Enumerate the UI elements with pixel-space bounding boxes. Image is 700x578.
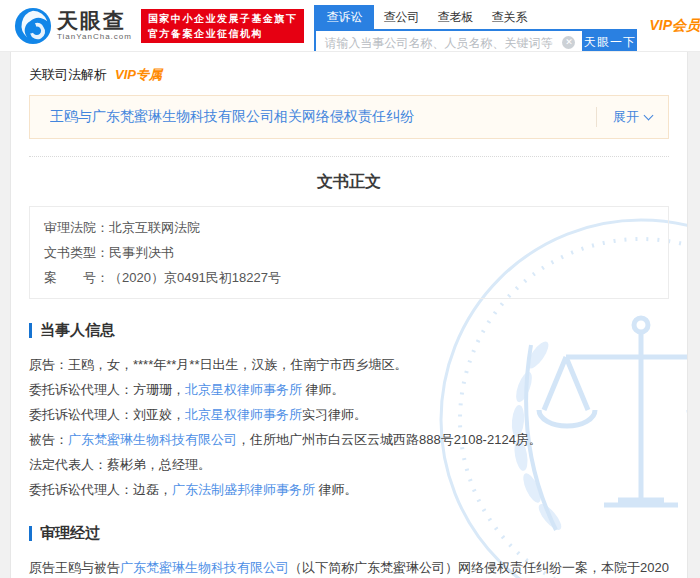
paragraph: 委托诉讼代理人：刘亚姣，北京星权律师事务所实习律师。 xyxy=(29,402,669,427)
search-button[interactable]: 天眼一下 xyxy=(582,29,637,52)
entity-link[interactable]: 北京星权律师事务所 xyxy=(185,407,302,422)
meta-label: 案 号： xyxy=(44,270,109,285)
vip-exclusive-tag: VIP专属 xyxy=(115,66,162,84)
search-tab[interactable]: 查老板 xyxy=(428,5,482,29)
paragraph-text: 律师。 xyxy=(302,382,345,397)
analysis-label: 关联司法解析 xyxy=(29,66,107,84)
paragraph: 委托诉讼代理人：边磊，广东法制盛邦律师事务所 律师。 xyxy=(29,477,669,502)
parties-paragraphs: 原告：王鸥，女，****年**月**日出生，汉族，住南宁市西乡塘区。委托诉讼代理… xyxy=(29,352,669,502)
meta-row: 案 号：（2020）京0491民初18227号 xyxy=(44,265,654,290)
meta-value: 北京互联网法院 xyxy=(109,220,200,235)
paragraph-text: 律师。 xyxy=(315,482,358,497)
entity-link[interactable]: 北京星权律师事务所 xyxy=(185,382,302,397)
section-bar-icon xyxy=(29,323,32,338)
content-card: 关联司法解析 VIP专属 王鸥与广东梵蜜琳生物科技有限公司相关网络侵权责任纠纷 … xyxy=(10,52,688,578)
meta-value: 民事判决书 xyxy=(109,245,174,260)
meta-row: 审理法院：北京互联网法院 xyxy=(44,215,654,240)
search-tabs: 查诉讼查公司查老板查关系 xyxy=(314,7,637,29)
top-header: 天眼查 TianYanCha.com 国家中小企业发展子基金旗下 官方备案企业征… xyxy=(0,0,700,52)
document-title: 文书正文 xyxy=(29,172,669,193)
search-area: 查诉讼查公司查老板查关系 ✕ 天眼一下 xyxy=(314,0,637,52)
paragraph-text: 委托诉讼代理人：方珊珊， xyxy=(29,382,185,397)
search-tab[interactable]: 查关系 xyxy=(482,5,536,29)
trial-paragraphs: 原告王鸥与被告广东梵蜜琳生物科技有限公司（以下简称广东梵蜜琳公司）网络侵权责任纠… xyxy=(29,555,669,578)
paragraph: 法定代表人：蔡彬弟，总经理。 xyxy=(29,452,669,477)
case-bar-divider xyxy=(596,107,597,127)
meta-label: 审理法院： xyxy=(44,220,109,235)
dotted-divider xyxy=(29,156,669,157)
official-badge: 国家中小企业发展子基金旗下 官方备案企业征信机构 xyxy=(141,9,305,43)
paragraph: 被告：广东梵蜜琳生物科技有限公司，住所地广州市白云区云城西路888号2108-2… xyxy=(29,427,669,452)
paragraph-text: 实习律师。 xyxy=(302,407,367,422)
paragraph-text: 原告：王鸥，女，****年**月**日出生，汉族，住南宁市西乡塘区。 xyxy=(29,357,407,372)
section-bar-icon xyxy=(29,526,32,541)
related-case-bar: 王鸥与广东梵蜜琳生物科技有限公司相关网络侵权责任纠纷 展开 xyxy=(29,95,669,139)
paragraph-text: ，住所地广州市白云区云城西路888号2108-2124房。 xyxy=(237,432,542,447)
entity-link[interactable]: 广东梵蜜琳生物科技有限公司 xyxy=(68,432,237,447)
analysis-section-header: 关联司法解析 VIP专属 xyxy=(29,66,669,84)
chevron-down-icon xyxy=(644,111,654,121)
meta-value: （2020）京0491民初18227号 xyxy=(109,270,281,285)
logo-domain: TianYanCha.com xyxy=(57,32,132,41)
paragraph: 委托诉讼代理人：方珊珊，北京星权律师事务所 律师。 xyxy=(29,377,669,402)
meta-row: 文书类型：民事判决书 xyxy=(44,240,654,265)
search-input[interactable] xyxy=(314,29,582,52)
paragraph-text: 委托诉讼代理人：刘亚姣， xyxy=(29,407,185,422)
section-title-trial: 审理经过 xyxy=(29,524,669,543)
expand-button[interactable]: 展开 xyxy=(613,108,652,126)
paragraph-text: 法定代表人：蔡彬弟，总经理。 xyxy=(29,457,211,472)
case-meta-box: 审理法院：北京互联网法院文书类型：民事判决书案 号：（2020）京0491民初1… xyxy=(29,206,669,299)
search-tab[interactable]: 查诉讼 xyxy=(314,5,374,29)
search-tab[interactable]: 查公司 xyxy=(374,5,428,29)
section-title-parties: 当事人信息 xyxy=(29,321,669,340)
meta-label: 文书类型： xyxy=(44,245,109,260)
tianyancha-logo-icon xyxy=(14,7,52,45)
paragraph-text: 被告： xyxy=(29,432,68,447)
vip-member-link[interactable]: VIP会员 xyxy=(649,17,700,35)
paragraph: 原告王鸥与被告广东梵蜜琳生物科技有限公司（以下简称广东梵蜜琳公司）网络侵权责任纠… xyxy=(29,555,669,578)
badge-line2: 官方备案企业征信机构 xyxy=(148,26,298,41)
paragraph-text: 委托诉讼代理人：边磊， xyxy=(29,482,172,497)
header-right: VIP会员 百 xyxy=(637,17,700,35)
logo-title: 天眼查 xyxy=(57,10,132,32)
related-case-link[interactable]: 王鸥与广东梵蜜琳生物科技有限公司相关网络侵权责任纠纷 xyxy=(50,108,586,126)
entity-link[interactable]: 广东梵蜜琳生物科技有限公司 xyxy=(120,560,289,575)
tianyancha-logo[interactable]: 天眼查 TianYanCha.com xyxy=(14,7,132,45)
entity-link[interactable]: 广东法制盛邦律师事务所 xyxy=(172,482,315,497)
paragraph: 原告：王鸥，女，****年**月**日出生，汉族，住南宁市西乡塘区。 xyxy=(29,352,669,377)
badge-line1: 国家中小企业发展子基金旗下 xyxy=(148,11,298,26)
paragraph-text: 原告王鸥与被告 xyxy=(29,560,120,575)
